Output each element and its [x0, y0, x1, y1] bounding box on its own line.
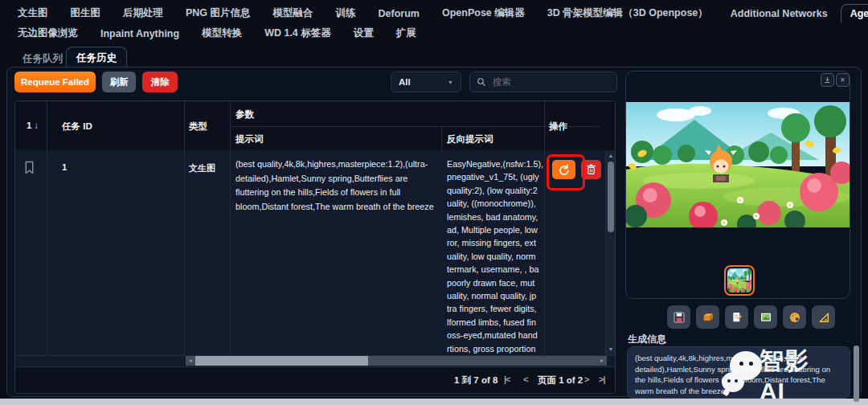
tab-wd14-tagger[interactable]: WD 1.4 标签器: [255, 22, 341, 44]
palette-icon: [788, 311, 801, 324]
column-header-task-id[interactable]: 任务 ID: [62, 121, 92, 133]
preview-image[interactable]: [626, 102, 850, 227]
scroll-right-arrow[interactable]: ▼: [598, 356, 606, 366]
download-button[interactable]: [821, 73, 834, 87]
cell-task-type: 文生图: [189, 162, 215, 174]
delete-task-button[interactable]: [581, 160, 601, 179]
col-divider: [441, 126, 442, 150]
column-header-prompt[interactable]: 提示词: [235, 133, 264, 145]
table-horizontal-scrollbar[interactable]: ▼ ▼: [186, 356, 607, 366]
tab-3d-openpose[interactable]: 3D 骨架模型编辑（3D Openpose）: [538, 2, 718, 24]
column-header-type[interactable]: 类型: [189, 121, 207, 133]
trash-icon: [586, 164, 596, 175]
tab-model-converter[interactable]: 模型转换: [192, 22, 252, 44]
main-tab-bar: 文生图 图生图 后期处理 PNG 图片信息 模型融合 训练 Deforum Op…: [8, 2, 868, 24]
gallery-thumbnail[interactable]: [724, 265, 755, 296]
requeue-task-button[interactable]: [552, 160, 575, 179]
download-icon: [824, 76, 831, 84]
tab-checkpoint-merger[interactable]: 模型融合: [264, 2, 323, 24]
task-table: 1 ↓ 任务 ID 类型 参数 提示词 反向提示词 操作 1 文生图 (best…: [14, 100, 616, 394]
tab-img2img[interactable]: 图生图: [61, 2, 111, 24]
cell-task-id: 1: [62, 162, 67, 172]
col-divider: [47, 150, 47, 355]
next-page-button[interactable]: >: [584, 374, 588, 384]
status-filter-value: All: [399, 77, 411, 87]
tab-additional-networks[interactable]: Additional Networks: [721, 4, 837, 23]
save-icon: [673, 311, 686, 324]
send-to-notes-button[interactable]: [725, 305, 748, 329]
close-preview-button[interactable]: ×: [836, 73, 850, 87]
table-vertical-scrollbar[interactable]: ▲ ▼: [605, 150, 616, 355]
scroll-down-arrow[interactable]: ▼: [606, 346, 616, 354]
first-page-button[interactable]: |<: [504, 374, 510, 384]
page-horizontal-scrollbar[interactable]: [0, 399, 868, 405]
tab-infinite-image-browsing[interactable]: 无边图像浏览: [8, 22, 88, 44]
sort-indicator[interactable]: 1 ↓: [27, 121, 39, 130]
image-icon: [760, 311, 772, 324]
column-header-actions: 操作: [549, 121, 567, 133]
image-action-toolbar: [667, 305, 835, 329]
tab-extensions[interactable]: 扩展: [387, 22, 426, 44]
bookmark-icon[interactable]: [23, 161, 35, 174]
prev-page-button[interactable]: <: [523, 374, 527, 384]
row-range-label: 1 到 7 of 8: [454, 374, 497, 387]
tab-png-info[interactable]: PNG 图片信息: [176, 2, 260, 24]
scrollbar-thumb[interactable]: [195, 356, 368, 366]
watermark-text: 智影AI: [760, 345, 817, 405]
generation-info-label: 生成信息: [628, 333, 666, 346]
main-tab-bar-row2: 无边图像浏览 Inpaint Anything 模型转换 WD 1.4 标签器 …: [8, 22, 426, 44]
ruler-icon: [817, 311, 830, 324]
tab-extras[interactable]: 后期处理: [113, 2, 173, 24]
zip-icon: [702, 311, 714, 324]
chevron-down-icon: ▼: [448, 80, 453, 85]
column-header-params: 参数: [235, 108, 254, 121]
watermark: 智影AI: [720, 350, 817, 399]
send-to-img2img-button[interactable]: [754, 305, 777, 329]
tab-agent-scheduler[interactable]: Agent Scheduler: [841, 4, 868, 23]
status-filter-select[interactable]: All ▼: [391, 72, 461, 92]
search-box[interactable]: [469, 72, 617, 92]
page-indicator: 页面 1 of 2: [538, 374, 583, 387]
refresh-button[interactable]: 刷新: [102, 72, 136, 92]
col-divider: [184, 101, 185, 150]
cell-prompt[interactable]: (best quality,4k,8k,highres,masterpiece:…: [235, 158, 438, 350]
page-vertical-scrollbar[interactable]: [854, 346, 859, 402]
send-to-extras-button[interactable]: [783, 305, 806, 329]
col-divider: [47, 101, 47, 150]
tab-txt2img[interactable]: 文生图: [8, 2, 58, 24]
wechat-logo-icon: [720, 351, 758, 398]
search-input[interactable]: [491, 76, 607, 88]
note-icon: [731, 311, 743, 324]
scrollbar-thumb[interactable]: [608, 162, 614, 232]
tab-openpose-editor[interactable]: OpenPose 编辑器: [432, 2, 534, 24]
thumbnail-image: [727, 268, 751, 292]
scroll-up-arrow[interactable]: ▲: [606, 152, 616, 160]
cell-negative-prompt[interactable]: EasyNegative,(nsfw:1.5), pnegative_v1_75…: [447, 158, 543, 354]
requeue-icon: [558, 164, 570, 176]
col-divider: [544, 101, 545, 150]
tab-settings[interactable]: 设置: [344, 22, 383, 44]
scroll-left-arrow[interactable]: ▼: [186, 356, 194, 366]
col-divider: [230, 150, 231, 355]
column-header-negative[interactable]: 反向提示词: [447, 133, 493, 145]
search-icon: [477, 77, 486, 87]
clear-button[interactable]: 清除: [142, 72, 178, 92]
send-to-inpaint-button[interactable]: [812, 305, 835, 329]
col-divider: [544, 150, 545, 355]
requeue-failed-button[interactable]: Requeue Failed: [14, 72, 96, 92]
tab-inpaint-anything[interactable]: Inpaint Anything: [91, 24, 189, 43]
save-button[interactable]: [667, 305, 690, 329]
save-zip-button[interactable]: [696, 305, 719, 329]
col-divider: [184, 150, 185, 355]
col-divider: [230, 101, 231, 150]
close-icon: ×: [841, 76, 845, 84]
tab-deforum[interactable]: Deforum: [369, 4, 429, 23]
app-root: 文生图 图生图 后期处理 PNG 图片信息 模型融合 训练 Deforum Op…: [0, 0, 868, 405]
tab-train[interactable]: 训练: [326, 2, 366, 24]
last-page-button[interactable]: >|: [599, 374, 605, 384]
